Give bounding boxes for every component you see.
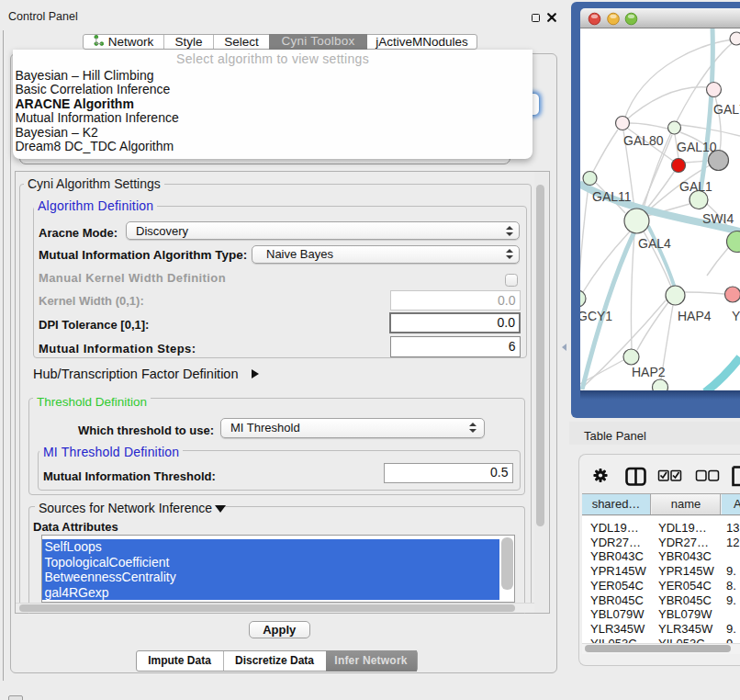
svg-text:HAP2: HAP2 [632, 365, 666, 379]
svg-text:GAL80: GAL80 [623, 133, 664, 148]
svg-text:GAL7: GAL7 [713, 102, 740, 117]
svg-text:HAP4: HAP4 [678, 309, 712, 323]
svg-text:GAL11: GAL11 [592, 189, 632, 204]
svg-text:GAL4: GAL4 [638, 236, 671, 251]
svg-text:GCY1: GCY1 [580, 309, 612, 323]
svg-text:GAL1: GAL1 [679, 179, 712, 194]
svg-text:YE: YE [732, 309, 740, 323]
svg-text:SWI4: SWI4 [702, 211, 734, 226]
svg-text:GAL10: GAL10 [677, 140, 717, 154]
